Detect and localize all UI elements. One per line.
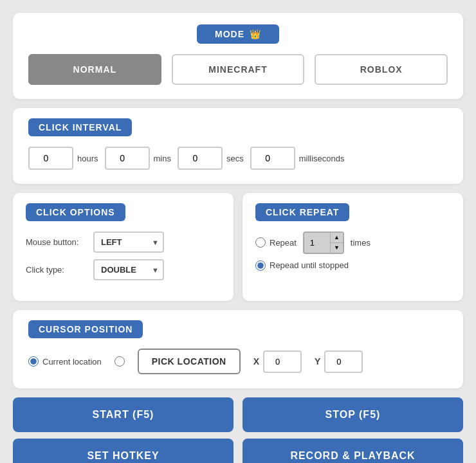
interval-inputs-group: hours mins secs milliseconds xyxy=(28,147,448,170)
ms-label: milliseconds xyxy=(299,154,345,163)
current-location-radio[interactable] xyxy=(28,356,39,367)
mode-header-button[interactable]: MODE 👑 xyxy=(197,24,279,44)
mins-label: mins xyxy=(154,154,171,163)
click-repeat-section: CLICK REPEAT Repeat ▲ ▼ times Repead unt… xyxy=(243,193,463,301)
repeat-label: Repeat xyxy=(270,238,297,248)
mins-group: mins xyxy=(105,147,171,170)
current-location-text: Current location xyxy=(42,357,102,367)
repeat-until-row: Repead until stopped xyxy=(255,260,450,271)
click-type-row: Click type: SINGLE DOUBLE TRIPLE xyxy=(26,259,221,280)
click-type-select[interactable]: SINGLE DOUBLE TRIPLE xyxy=(93,259,164,280)
mode-label: MODE xyxy=(215,29,244,39)
click-options-header: CLICK OPTIONS xyxy=(26,203,125,221)
mins-input[interactable] xyxy=(105,147,150,170)
click-interval-header: CLICK INTERVAL xyxy=(28,118,132,136)
mode-roblox-button[interactable]: ROBLOX xyxy=(315,54,448,85)
x-label: X xyxy=(253,356,259,367)
hours-input[interactable] xyxy=(28,147,73,170)
ms-input[interactable] xyxy=(250,147,295,170)
repeat-radio-label[interactable]: Repeat xyxy=(255,237,297,248)
cursor-row: Current location PICK LOCATION X Y xyxy=(28,349,448,374)
click-interval-section: CLICK INTERVAL hours mins secs milliseco… xyxy=(13,108,463,184)
mouse-button-select[interactable]: LEFT RIGHT MIDDLE xyxy=(93,232,164,253)
set-hotkey-button[interactable]: SET HOTKEY xyxy=(13,439,233,463)
x-coord-group: X xyxy=(253,350,302,373)
mouse-button-row: Mouse button: LEFT RIGHT MIDDLE xyxy=(26,232,221,253)
repeat-until-label: Repead until stopped xyxy=(270,260,349,270)
y-coord-group: Y xyxy=(315,350,363,373)
ms-group: milliseconds xyxy=(250,147,345,170)
hours-label: hours xyxy=(77,154,98,163)
click-repeat-header: CLICK REPEAT xyxy=(255,203,349,221)
repeat-spinner: ▲ ▼ xyxy=(303,232,344,254)
spinner-up-button[interactable]: ▲ xyxy=(331,233,343,243)
y-label: Y xyxy=(315,356,320,367)
y-input[interactable] xyxy=(324,350,363,373)
repeat-value-input[interactable] xyxy=(304,235,330,250)
stop-button[interactable]: STOP (F5) xyxy=(243,397,463,432)
secs-label: secs xyxy=(226,154,244,163)
mouse-button-label: Mouse button: xyxy=(26,237,87,247)
spinner-down-button[interactable]: ▼ xyxy=(331,243,343,253)
crown-icon: 👑 xyxy=(250,29,261,39)
secs-input[interactable] xyxy=(178,147,223,170)
action-buttons-section: START (F5) STOP (F5) SET HOTKEY RECORD &… xyxy=(13,397,463,463)
repeat-until-radio[interactable] xyxy=(255,260,266,271)
action-row-1: START (F5) STOP (F5) xyxy=(13,397,463,432)
cursor-position-header: CURSOR POSITION xyxy=(28,320,143,338)
mode-buttons-group: NORMAL MINECRAFT ROBLOX xyxy=(28,54,448,85)
action-row-2: SET HOTKEY RECORD & PLAYBACK xyxy=(13,439,463,463)
repeat-row: Repeat ▲ ▼ times xyxy=(255,232,450,254)
start-button[interactable]: START (F5) xyxy=(13,397,233,432)
hours-group: hours xyxy=(28,147,98,170)
record-playback-button[interactable]: RECORD & PLAYBACK xyxy=(243,439,463,463)
two-col-section: CLICK OPTIONS Mouse button: LEFT RIGHT M… xyxy=(13,193,463,301)
mode-minecraft-button[interactable]: MINECRAFT xyxy=(172,54,305,85)
repeat-radio[interactable] xyxy=(255,237,266,248)
click-type-select-wrapper: SINGLE DOUBLE TRIPLE xyxy=(93,259,164,280)
mouse-button-select-wrapper: LEFT RIGHT MIDDLE xyxy=(93,232,164,253)
repeat-until-radio-label[interactable]: Repead until stopped xyxy=(255,260,349,271)
current-location-label[interactable]: Current location xyxy=(28,356,102,367)
spinner-arrows: ▲ ▼ xyxy=(330,233,343,253)
mode-section: MODE 👑 NORMAL MINECRAFT ROBLOX xyxy=(13,13,463,99)
cursor-position-section: CURSOR POSITION Current location PICK LO… xyxy=(13,310,463,388)
x-input[interactable] xyxy=(263,350,302,373)
click-options-section: CLICK OPTIONS Mouse button: LEFT RIGHT M… xyxy=(13,193,233,301)
times-label: times xyxy=(351,238,371,248)
pick-location-radio-label[interactable] xyxy=(114,356,125,367)
pick-location-radio[interactable] xyxy=(114,356,125,367)
pick-location-button[interactable]: PICK LOCATION xyxy=(138,349,241,374)
click-type-label: Click type: xyxy=(26,265,87,275)
secs-group: secs xyxy=(178,147,244,170)
mode-normal-button[interactable]: NORMAL xyxy=(28,54,161,85)
